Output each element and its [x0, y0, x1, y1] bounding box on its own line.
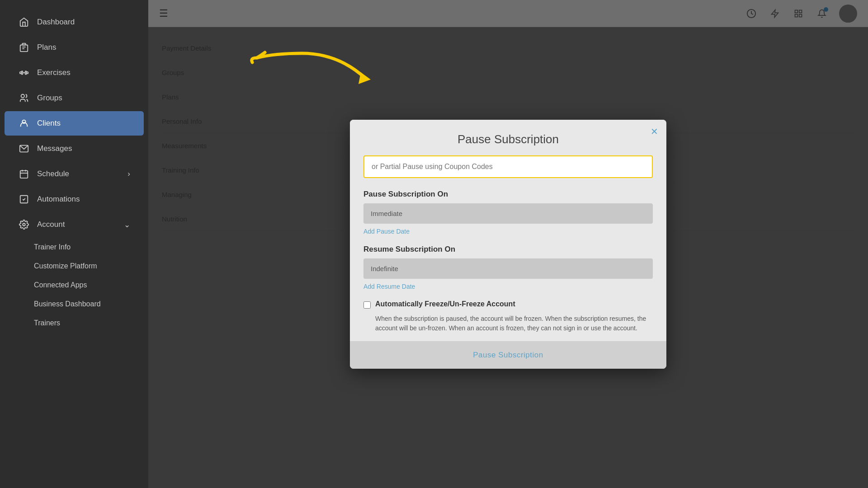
- sidebar-item-label: Clients: [37, 119, 130, 128]
- modal-header: Pause Subscription ✕: [350, 120, 666, 154]
- home-icon: [18, 16, 30, 28]
- modal-title: Pause Subscription: [363, 132, 653, 146]
- modal-overlay: Pause Subscription ✕ Pause Subscription …: [148, 0, 868, 488]
- sidebar-nav: Dashboard Plans Exercises Groups Clients: [0, 0, 148, 488]
- users-icon: [18, 92, 30, 104]
- sidebar-item-label: Dashboard: [37, 18, 130, 27]
- account-sub-items: Trainer Info Customize Platform Connecte…: [0, 238, 148, 333]
- mail-icon: [18, 143, 30, 155]
- calendar-icon: [18, 168, 30, 180]
- pause-subscription-button[interactable]: Pause Subscription: [350, 342, 666, 369]
- freeze-checkbox[interactable]: [363, 301, 371, 309]
- add-pause-date-link[interactable]: Add Pause Date: [363, 228, 410, 235]
- svg-rect-6: [22, 71, 23, 74]
- pause-on-label: Pause Subscription On: [363, 190, 653, 199]
- checkbox-icon: [18, 193, 30, 205]
- sidebar-item-groups[interactable]: Groups: [5, 86, 144, 110]
- gear-icon: [18, 219, 30, 230]
- sidebar: Dashboard Plans Exercises Groups Clients: [0, 0, 148, 488]
- sidebar-item-customize-platform[interactable]: Customize Platform: [25, 257, 148, 276]
- svg-rect-1: [20, 45, 28, 52]
- sidebar-item-dashboard[interactable]: Dashboard: [5, 10, 144, 34]
- freeze-description: When the subscription is paused, the acc…: [375, 314, 653, 333]
- sidebar-item-messages[interactable]: Messages: [5, 136, 144, 161]
- dumbbell-icon: [18, 67, 30, 79]
- sidebar-item-schedule[interactable]: Schedule ›: [5, 162, 144, 186]
- pause-on-dropdown[interactable]: Immediate: [363, 203, 653, 224]
- svg-rect-7: [25, 71, 27, 74]
- sidebar-item-label: Account: [37, 220, 117, 229]
- resume-on-label: Resume Subscription On: [363, 245, 653, 254]
- modal-footer: Pause Subscription: [350, 341, 666, 369]
- sidebar-item-label: Schedule: [37, 169, 120, 178]
- resume-on-dropdown[interactable]: Indefinite: [363, 258, 653, 279]
- sidebar-item-label: Plans: [37, 43, 130, 52]
- modal-close-button[interactable]: ✕: [651, 126, 658, 137]
- main-content: ☰ Payment Details Groups Pla: [148, 0, 868, 488]
- sidebar-item-plans[interactable]: Plans: [5, 35, 144, 60]
- coupon-row: [350, 154, 666, 185]
- modal-body: Pause Subscription On Immediate Add Paus…: [350, 185, 666, 333]
- sidebar-item-label: Automations: [37, 195, 130, 204]
- freeze-label: Automatically Freeze/Un-Freeze Account: [375, 300, 515, 308]
- clipboard-icon: [18, 42, 30, 53]
- sidebar-item-label: Exercises: [37, 68, 130, 77]
- sidebar-item-label: Messages: [37, 144, 130, 153]
- sidebar-item-exercises[interactable]: Exercises: [5, 61, 144, 85]
- chevron-down-icon: ⌄: [124, 220, 130, 230]
- sidebar-item-account[interactable]: Account ⌄: [5, 212, 144, 237]
- person-icon: [18, 117, 30, 129]
- sidebar-item-label: Groups: [37, 94, 130, 103]
- sidebar-item-business-dashboard[interactable]: Business Dashboard: [25, 295, 148, 314]
- sidebar-item-trainers[interactable]: Trainers: [25, 314, 148, 333]
- sidebar-item-trainer-info[interactable]: Trainer Info: [25, 238, 148, 257]
- freeze-checkbox-row: Automatically Freeze/Un-Freeze Account: [363, 300, 653, 309]
- svg-rect-12: [20, 171, 28, 178]
- sidebar-item-clients[interactable]: Clients: [5, 111, 144, 136]
- sidebar-item-connected-apps[interactable]: Connected Apps: [25, 276, 148, 295]
- svg-point-9: [21, 94, 24, 98]
- chevron-right-icon: ›: [127, 169, 130, 178]
- coupon-code-input[interactable]: [363, 155, 653, 178]
- pause-subscription-modal: Pause Subscription ✕ Pause Subscription …: [350, 120, 666, 369]
- add-resume-date-link[interactable]: Add Resume Date: [363, 283, 415, 290]
- sidebar-item-automations[interactable]: Automations: [5, 187, 144, 211]
- svg-point-17: [23, 223, 25, 226]
